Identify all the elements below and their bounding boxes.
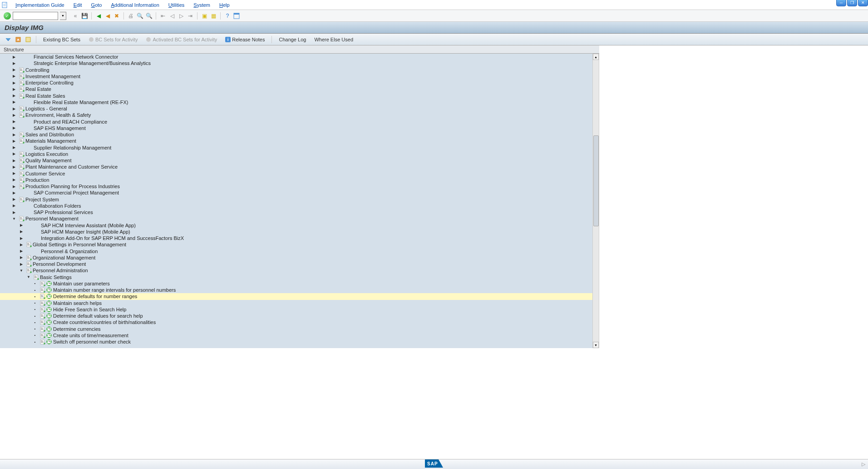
- img-activity-execute-icon[interactable]: [46, 307, 52, 312]
- expand-arrow-icon[interactable]: ▶: [12, 100, 16, 105]
- tree-node[interactable]: ▶Materials Management: [0, 138, 599, 144]
- img-activity-doc-icon[interactable]: [19, 177, 25, 183]
- expand-arrow-icon[interactable]: ▶: [12, 139, 16, 143]
- img-activity-doc-icon[interactable]: [19, 184, 25, 189]
- tree-node[interactable]: ▶Logistics - General: [0, 105, 599, 112]
- tree-node[interactable]: ▶Collaboration Folders: [0, 203, 599, 209]
- help-icon[interactable]: ?: [224, 12, 231, 20]
- tree-node[interactable]: ▶Global Settings in Personnel Management: [0, 241, 599, 248]
- cancel-icon[interactable]: ✖: [113, 12, 120, 20]
- expand-arrow-icon[interactable]: ▶: [12, 55, 16, 59]
- img-activity-doc-icon[interactable]: [40, 333, 45, 338]
- collapse-icon[interactable]: [15, 36, 22, 43]
- minimize-button[interactable]: ─: [836, 0, 846, 6]
- menu-utilities[interactable]: Utilities: [164, 1, 189, 9]
- expand-arrow-icon[interactable]: ▶: [12, 145, 16, 150]
- tree-node[interactable]: ▶Real Estate Sales: [0, 93, 599, 99]
- collapse-arrow-icon[interactable]: ▼: [12, 216, 16, 221]
- img-activity-doc-icon[interactable]: [40, 319, 45, 325]
- img-activity-doc-icon[interactable]: [40, 300, 45, 306]
- scroll-thumb[interactable]: [593, 135, 599, 226]
- tree-node[interactable]: ▶Environment, Health & Safety: [0, 112, 599, 118]
- img-activity-execute-icon[interactable]: [46, 313, 52, 319]
- img-activity-doc-icon[interactable]: [19, 164, 25, 170]
- tree-node[interactable]: ▶Controlling: [0, 67, 599, 73]
- img-activity-doc-icon[interactable]: [26, 268, 32, 273]
- menu-implementation-guide[interactable]: Implementation Guide: [11, 1, 69, 9]
- img-activity-doc-icon[interactable]: [19, 106, 25, 111]
- tree-node[interactable]: ▼Personnel Management: [0, 215, 599, 222]
- img-activity-doc-icon[interactable]: [19, 67, 25, 73]
- tree-node[interactable]: ▼Personnel Administration: [0, 267, 599, 274]
- expand-arrow-icon[interactable]: ▶: [12, 126, 16, 130]
- img-activity-doc-icon[interactable]: [34, 274, 39, 280]
- tree-node[interactable]: •Maintain search helps: [0, 300, 599, 306]
- expand-arrow-icon[interactable]: ▶: [12, 74, 16, 79]
- img-activity-doc-icon[interactable]: [19, 171, 25, 176]
- expand-arrow-icon[interactable]: ▶: [19, 230, 24, 234]
- tree-node[interactable]: ▶Personnel & Organization: [0, 248, 599, 254]
- img-activity-execute-icon[interactable]: [46, 326, 52, 332]
- img-activity-doc-icon[interactable]: [26, 255, 32, 260]
- expand-arrow-icon[interactable]: ▶: [19, 236, 24, 240]
- expand-arrow-icon[interactable]: ▶: [12, 113, 16, 117]
- menu-system[interactable]: System: [189, 1, 215, 9]
- expand-arrow-icon[interactable]: ▶: [12, 80, 16, 85]
- back-nav-icon[interactable]: «: [72, 12, 79, 20]
- tree-node[interactable]: ▶Integration Add-On for SAP ERP HCM and …: [0, 235, 599, 241]
- where-used-icon[interactable]: [25, 36, 32, 43]
- tree-node[interactable]: ▶Supplier Relationship Management: [0, 145, 599, 151]
- shortcut-icon[interactable]: ▦: [210, 12, 217, 20]
- save-icon[interactable]: 💾: [81, 12, 88, 20]
- img-activity-execute-icon[interactable]: [46, 287, 52, 293]
- tree-node[interactable]: ▼Basic Settings: [0, 274, 599, 280]
- prev-page-icon[interactable]: ◁: [168, 12, 176, 20]
- img-activity-doc-icon[interactable]: [40, 294, 45, 299]
- command-dropdown-icon[interactable]: ▼: [60, 12, 66, 20]
- img-activity-doc-icon[interactable]: [40, 307, 45, 312]
- expand-arrow-icon[interactable]: ▶: [19, 242, 24, 247]
- expand-arrow-icon[interactable]: ▶: [12, 68, 16, 72]
- expand-arrow-icon[interactable]: ▶: [12, 120, 16, 124]
- img-activity-doc-icon[interactable]: [19, 151, 25, 157]
- new-session-icon[interactable]: ▣: [201, 12, 208, 20]
- scroll-up-icon[interactable]: ▲: [593, 54, 599, 60]
- tree-node[interactable]: ▶SAP HCM Interview Assistant (Mobile App…: [0, 222, 599, 229]
- expand-arrow-icon[interactable]: ▶: [12, 178, 16, 182]
- menu-goto[interactable]: Goto: [87, 1, 107, 9]
- img-activity-doc-icon[interactable]: [40, 281, 45, 286]
- tree-node[interactable]: •Maintain number range intervals for per…: [0, 287, 599, 293]
- tree-node[interactable]: ▶Quality Management: [0, 157, 599, 164]
- back-icon[interactable]: ◀: [95, 12, 102, 20]
- where-else-used-button[interactable]: Where Else Used: [311, 37, 356, 42]
- img-activity-doc-icon[interactable]: [26, 261, 32, 267]
- tree-node[interactable]: ▶SAP EHS Management: [0, 125, 599, 131]
- tree-node[interactable]: ▶Product and REACH Compliance: [0, 119, 599, 125]
- collapse-arrow-icon[interactable]: ▼: [19, 268, 24, 273]
- img-activity-execute-icon[interactable]: [46, 339, 52, 344]
- print-icon[interactable]: 🖨: [127, 12, 134, 20]
- img-activity-doc-icon[interactable]: [19, 93, 25, 99]
- tree-node[interactable]: ▶Investment Management: [0, 73, 599, 80]
- expand-arrow-icon[interactable]: ▶: [12, 106, 16, 111]
- tree-node[interactable]: ▶Real Estate: [0, 86, 599, 92]
- img-activity-doc-icon[interactable]: [19, 197, 25, 202]
- img-activity-execute-icon[interactable]: [46, 333, 52, 338]
- expand-arrow-icon[interactable]: ▶: [12, 61, 16, 65]
- change-log-button[interactable]: Change Log: [276, 37, 309, 42]
- img-activity-doc-icon[interactable]: [19, 132, 25, 137]
- scroll-down-icon[interactable]: ▼: [593, 342, 599, 348]
- img-activity-doc-icon[interactable]: [40, 339, 45, 344]
- expand-arrow-icon[interactable]: ▶: [19, 249, 24, 254]
- expand-arrow-icon[interactable]: ▶: [12, 171, 16, 176]
- img-activity-execute-icon[interactable]: [46, 300, 52, 306]
- expand-arrow-icon[interactable]: ▶: [12, 152, 16, 156]
- first-page-icon[interactable]: ⇤: [159, 12, 167, 20]
- tree-node[interactable]: ▶Personnel Development: [0, 261, 599, 267]
- img-activity-doc-icon[interactable]: [19, 138, 25, 144]
- close-button[interactable]: ✕: [858, 0, 868, 6]
- img-activity-doc-icon[interactable]: [19, 86, 25, 92]
- img-activity-doc-icon[interactable]: [26, 242, 32, 247]
- img-activity-doc-icon[interactable]: [40, 313, 45, 319]
- expand-arrow-icon[interactable]: ▶: [12, 158, 16, 163]
